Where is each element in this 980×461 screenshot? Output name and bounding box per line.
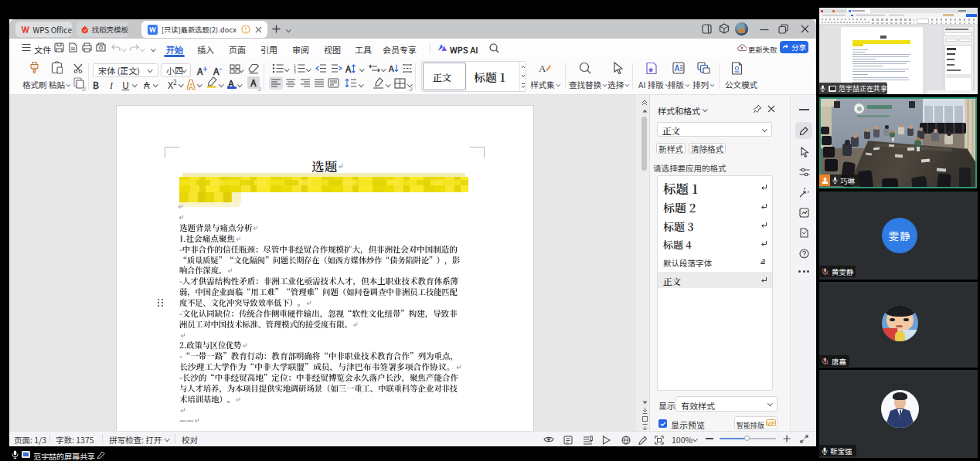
svg-text:A: A bbox=[539, 63, 546, 74]
svg-text:A: A bbox=[674, 62, 680, 73]
svg-text:3: 3 bbox=[294, 69, 296, 73]
